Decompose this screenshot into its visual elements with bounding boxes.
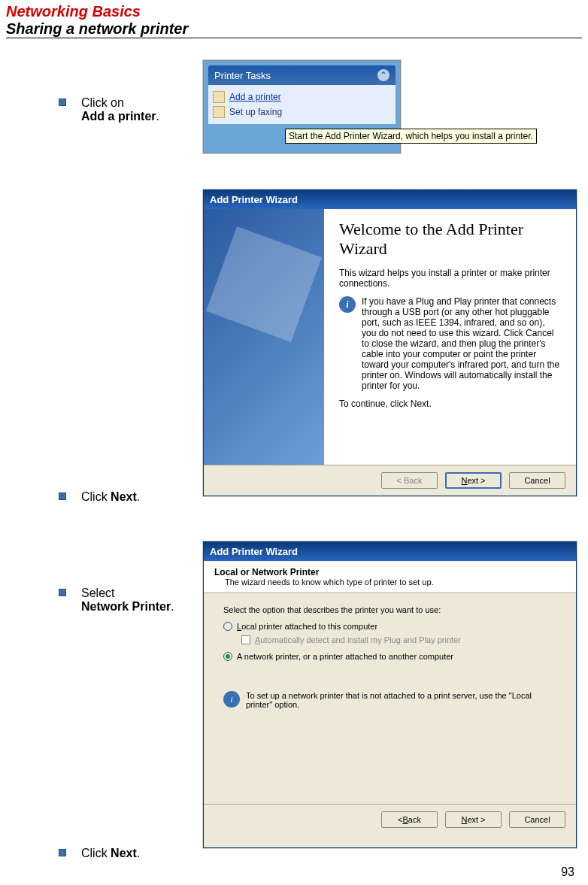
link-add-a-printer[interactable]: Add a printer — [213, 89, 391, 105]
radio-local-printer[interactable]: Local printer attached to this computer — [223, 622, 556, 631]
wizard-info-text: If you have a Plug and Play printer that… — [362, 296, 561, 391]
wizard-note: To set up a network printer that is not … — [246, 691, 556, 709]
bullet-icon — [59, 589, 66, 596]
radio-icon — [223, 652, 232, 661]
instruction-step2: Click Next. — [81, 490, 140, 504]
printer-tasks-header[interactable]: Printer Tasks ⌃ — [208, 65, 396, 85]
back-button: < Back — [381, 472, 438, 489]
bullet-icon — [59, 493, 66, 500]
wizard-para2: To continue, click Next. — [339, 399, 561, 409]
wizard-subdesc: The wizard needs to know which type of p… — [225, 577, 565, 586]
wizard-titlebar: Add Printer Wizard — [204, 190, 576, 209]
radio-network-printer[interactable]: A network printer, or a printer attached… — [223, 652, 556, 661]
printer-icon — [213, 91, 225, 103]
info-icon: i — [339, 296, 356, 313]
next-button[interactable]: Next > — [445, 811, 502, 828]
link-set-up-faxing-label: Set up faxing — [229, 107, 282, 117]
info-icon: i — [223, 691, 240, 708]
wizard-side-graphic — [204, 209, 324, 465]
back-button[interactable]: < Back — [381, 811, 438, 828]
next-button[interactable]: Next > — [445, 472, 502, 489]
wizard-prompt: Select the option that describes the pri… — [223, 605, 556, 614]
fax-icon — [213, 106, 225, 118]
checkbox-icon — [241, 635, 250, 644]
radio-icon — [223, 622, 232, 631]
wizard-subtitle: Local or Network Printer — [214, 567, 565, 577]
page-number: 93 — [561, 865, 574, 879]
cancel-button[interactable]: Cancel — [509, 472, 565, 489]
wizard-heading: Welcome to the Add Printer Wizard — [339, 220, 561, 259]
link-set-up-faxing[interactable]: Set up faxing — [213, 105, 391, 120]
screenshot-wizard-local-network: Add Printer Wizard Local or Network Prin… — [203, 541, 577, 848]
collapse-icon[interactable]: ⌃ — [377, 69, 389, 81]
screenshot-wizard-welcome: Add Printer Wizard Welcome to the Add Pr… — [203, 189, 577, 496]
cancel-button[interactable]: Cancel — [509, 811, 565, 828]
bullet-icon — [59, 849, 66, 856]
link-add-a-printer-label: Add a printer — [229, 92, 281, 102]
page-title-red: Networking Basics — [6, 3, 582, 20]
wizard-para1: This wizard helps you install a printer … — [339, 268, 561, 289]
checkbox-auto-detect: Automatically detect and install my Plug… — [241, 635, 556, 644]
page-title-black: Sharing a network printer — [6, 20, 582, 38]
tooltip: Start the Add Printer Wizard, which help… — [285, 129, 537, 144]
instruction-step4: Click Next. — [81, 847, 140, 860]
instruction-step3: Select Network Printer. — [81, 586, 174, 614]
bullet-icon — [59, 99, 66, 106]
printer-tasks-title: Printer Tasks — [214, 70, 271, 81]
instruction-step1: Click on Add a printer. — [81, 96, 159, 123]
wizard-titlebar: Add Printer Wizard — [204, 542, 576, 561]
